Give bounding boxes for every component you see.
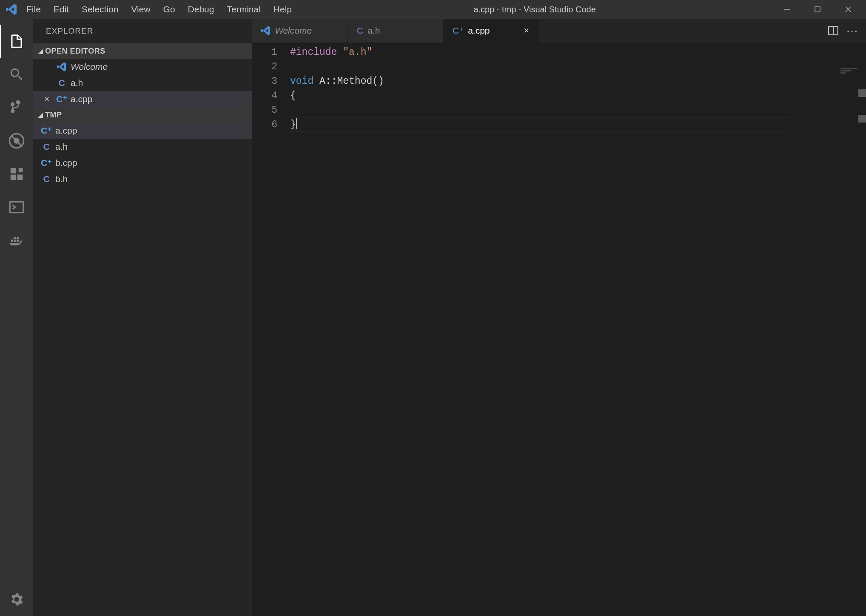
token-preproc: #include	[290, 47, 337, 58]
tab-label: a.h	[367, 26, 380, 36]
c-header-file-icon: C	[357, 26, 363, 36]
line-number: 3	[252, 74, 277, 88]
svg-rect-0	[784, 9, 790, 10]
line-number: 5	[252, 103, 277, 117]
window-controls	[772, 0, 863, 19]
token-rest: A::Method()	[313, 76, 384, 87]
line-number: 1	[252, 45, 277, 60]
more-actions-icon[interactable]: ···	[846, 24, 858, 37]
folder-header-label: TMP	[45, 111, 62, 120]
tab-a-cpp[interactable]: C⁺ a.cpp ×	[443, 19, 539, 43]
tab-welcome[interactable]: Welcome	[252, 19, 348, 43]
close-icon[interactable]: ×	[39, 94, 54, 105]
scrollbar-thumb[interactable]	[858, 89, 866, 97]
current-line-highlight	[290, 117, 789, 132]
open-editor-label: Welcome	[71, 62, 108, 72]
code-editor[interactable]: 1 2 3 4 5 6 #include "a.h" void A::Metho…	[252, 43, 866, 616]
tab-label: Welcome	[275, 26, 312, 36]
split-editor-icon[interactable]	[828, 25, 839, 36]
menu-terminal[interactable]: Terminal	[221, 0, 266, 19]
tab-actions: ···	[820, 19, 866, 43]
window-title: a.cpp - tmp - Visual Studio Code	[298, 5, 772, 14]
main-layout: EXPLORER ◢ OPEN EDITORS Welcome C a.h × …	[0, 19, 866, 616]
menu-help[interactable]: Help	[268, 0, 298, 19]
file-a-h[interactable]: C a.h	[33, 139, 252, 155]
menu-debug[interactable]: Debug	[182, 0, 220, 19]
vscode-icon	[3, 4, 20, 15]
activity-source-control-icon[interactable]	[0, 91, 33, 124]
menu-file[interactable]: File	[20, 0, 47, 19]
blank-icon	[39, 77, 54, 88]
maximize-button[interactable]	[802, 0, 833, 19]
editor-area: Welcome C a.h C⁺ a.cpp × ··· 1 2	[252, 19, 866, 616]
activity-extensions-icon[interactable]	[0, 157, 33, 191]
twisty-down-icon: ◢	[37, 111, 45, 118]
editor-scrollbar[interactable]	[858, 43, 866, 616]
open-editor-welcome[interactable]: Welcome	[33, 59, 252, 75]
open-editor-label: a.h	[71, 78, 83, 88]
vscode-file-icon	[54, 62, 69, 71]
menu-go[interactable]: Go	[157, 0, 181, 19]
svg-point-3	[14, 138, 19, 143]
title-bar: File Edit Selection View Go Debug Termin…	[0, 0, 866, 19]
activity-bar	[0, 19, 33, 616]
sidebar: EXPLORER ◢ OPEN EDITORS Welcome C a.h × …	[33, 19, 252, 616]
token-brace: {	[290, 90, 296, 101]
c-header-file-icon: C	[54, 78, 69, 88]
minimap[interactable]	[840, 68, 857, 77]
open-editor-a-h[interactable]: C a.h	[33, 75, 252, 91]
minimize-button[interactable]	[772, 0, 802, 19]
file-b-h[interactable]: C b.h	[33, 171, 252, 187]
file-label: a.cpp	[55, 125, 77, 136]
token-string: "a.h"	[343, 47, 372, 58]
activity-settings-icon[interactable]	[0, 583, 33, 616]
scrollbar-thumb[interactable]	[858, 115, 866, 123]
activity-docker-icon[interactable]	[0, 224, 33, 257]
open-editor-a-cpp[interactable]: × C⁺ a.cpp	[33, 91, 252, 107]
line-number: 6	[252, 117, 277, 132]
c-header-file-icon: C	[39, 142, 54, 152]
blank-icon	[39, 61, 54, 72]
c-header-file-icon: C	[39, 174, 54, 184]
file-b-cpp[interactable]: C⁺ b.cpp	[33, 155, 252, 171]
cpp-file-icon: C⁺	[453, 26, 464, 36]
menu-selection[interactable]: Selection	[76, 0, 124, 19]
close-tab-icon[interactable]: ×	[524, 25, 529, 36]
code-lines[interactable]: #include "a.h" void A::Method() { }	[290, 43, 866, 616]
file-label: a.h	[55, 142, 68, 152]
svg-rect-1	[815, 7, 820, 12]
tab-a-h[interactable]: C a.h	[348, 19, 443, 43]
file-label: b.h	[55, 174, 68, 184]
tab-bar: Welcome C a.h C⁺ a.cpp × ···	[252, 19, 866, 43]
cpp-file-icon: C⁺	[39, 158, 54, 168]
line-number: 2	[252, 60, 277, 74]
vscode-file-icon	[261, 26, 271, 35]
activity-search-icon[interactable]	[0, 58, 33, 91]
cpp-file-icon: C⁺	[39, 125, 54, 136]
sidebar-title: EXPLORER	[33, 19, 252, 43]
tab-label: a.cpp	[468, 26, 490, 36]
twisty-down-icon: ◢	[37, 48, 45, 54]
menu-edit[interactable]: Edit	[48, 0, 75, 19]
menu-view[interactable]: View	[125, 0, 156, 19]
open-editors-label: OPEN EDITORS	[45, 47, 105, 56]
activity-debug-icon[interactable]	[0, 124, 33, 157]
svg-rect-4	[10, 202, 23, 212]
cpp-file-icon: C⁺	[54, 94, 69, 104]
activity-explorer-icon[interactable]	[0, 25, 33, 58]
file-label: b.cpp	[55, 158, 77, 168]
line-number-gutter: 1 2 3 4 5 6	[252, 43, 290, 616]
line-number: 4	[252, 88, 277, 103]
open-editors-header[interactable]: ◢ OPEN EDITORS	[33, 43, 252, 59]
open-editor-label: a.cpp	[71, 94, 92, 104]
close-button[interactable]	[833, 0, 863, 19]
folder-header[interactable]: ◢ TMP	[33, 107, 252, 123]
menu-bar: File Edit Selection View Go Debug Termin…	[20, 0, 298, 19]
token-keyword: void	[290, 76, 313, 87]
file-a-cpp[interactable]: C⁺ a.cpp	[33, 123, 252, 139]
activity-terminal-icon[interactable]	[0, 191, 33, 224]
